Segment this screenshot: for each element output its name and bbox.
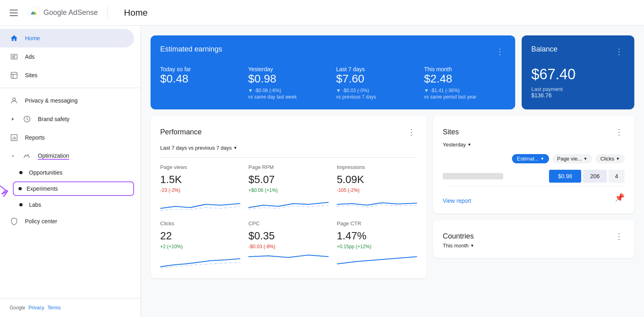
metric-clicks-label: Clicks bbox=[160, 220, 240, 226]
estimated-earnings-card: Estimated earnings ⋮ Today so far $0.48 … bbox=[151, 35, 515, 109]
earnings-today-amount: $0.48 bbox=[160, 72, 242, 85]
nav-divider-1 bbox=[0, 88, 140, 88]
metric-page-rpm-change: +$0.06 (+1%) bbox=[248, 187, 328, 193]
adsense-logo-icon bbox=[27, 6, 40, 19]
metric-cpc-value: $0.35 bbox=[248, 230, 328, 242]
metric-cpc-change: -$0.03 (-8%) bbox=[248, 244, 328, 249]
sidebar-item-privacy[interactable]: Privacy & messaging bbox=[0, 91, 134, 110]
sites-more-button[interactable]: ⋮ bbox=[613, 126, 625, 138]
metric-cpc-label: CPC bbox=[248, 220, 328, 226]
sites-col-earnings-label: Estimat... bbox=[517, 156, 539, 162]
footer-privacy-link[interactable]: Privacy bbox=[29, 305, 44, 311]
sites-period-dropdown-icon: ▼ bbox=[467, 142, 471, 147]
metric-clicks-change: +2 (+10%) bbox=[160, 244, 240, 249]
sites-icon bbox=[10, 71, 19, 80]
performance-period-dropdown-icon: ▼ bbox=[233, 146, 237, 150]
balance-last-payment-label: Last payment bbox=[531, 86, 625, 92]
sites-col-pageviews[interactable]: Page vie... ▼ bbox=[552, 154, 592, 163]
home-icon bbox=[10, 34, 19, 43]
sidebar-item-optimization[interactable]: Optimization bbox=[0, 147, 134, 165]
metric-impressions-value: 5.09K bbox=[337, 173, 417, 186]
ads-icon bbox=[10, 52, 19, 61]
mini-chart-clicks bbox=[160, 253, 240, 269]
performance-period-selector[interactable]: Last 7 days vs previous 7 days ▼ bbox=[160, 145, 417, 158]
earnings-7days-change: ▼ -$0.03 (-0%) vs previous 7 days bbox=[336, 88, 418, 100]
policy-icon bbox=[10, 217, 19, 226]
earnings-month-change: ▼ -$1.41 (-36%) vs same period last year bbox=[424, 88, 506, 100]
hamburger-menu[interactable] bbox=[6, 6, 21, 19]
dot-icon-opportunities bbox=[19, 171, 23, 174]
view-report-link[interactable]: View report bbox=[443, 198, 471, 204]
sidebar-item-optimization-label: Optimization bbox=[38, 152, 69, 160]
footer-terms-link[interactable]: Terms bbox=[47, 305, 61, 311]
earnings-grid: Today so far $0.48 Yesterday $0.98 ▼ -$0… bbox=[160, 66, 506, 100]
metric-page-rpm-label: Page RPM bbox=[248, 164, 328, 170]
sidebar-item-opportunities[interactable]: Opportunities bbox=[0, 165, 140, 180]
metric-page-rpm-value: $5.07 bbox=[248, 173, 328, 186]
sidebar-item-ads-label: Ads bbox=[25, 54, 35, 60]
countries-card-header: Countries ⋮ bbox=[443, 230, 625, 243]
performance-card-header: Performance ⋮ bbox=[160, 126, 417, 138]
site-pageviews-value: 206 bbox=[583, 170, 607, 183]
sidebar-item-home[interactable]: Home bbox=[0, 29, 134, 47]
earnings-card-title: Estimated earnings bbox=[160, 45, 222, 54]
earnings-7days-label: Last 7 days bbox=[336, 66, 365, 72]
balance-card-header: Balance ⋮ bbox=[531, 45, 625, 58]
sidebar: Home Ads Sites bbox=[0, 26, 141, 317]
sidebar-item-brand-safety[interactable]: Brand safety bbox=[0, 110, 134, 128]
sidebar-item-policy-center[interactable]: Policy center bbox=[0, 212, 134, 231]
sidebar-item-policy-label: Policy center bbox=[25, 218, 57, 224]
optimization-icon bbox=[23, 152, 31, 161]
sites-col-pageviews-dropdown[interactable]: ▼ bbox=[584, 156, 588, 161]
sites-columns-header: Estimat... ▼ Page vie... ▼ Clicks ▼ bbox=[443, 154, 625, 163]
sites-card: Sites ⋮ Yesterday ▼ Estimat... ▼ bbox=[433, 116, 634, 214]
countries-card: Countries ⋮ This month ▼ bbox=[433, 220, 634, 258]
site-clicks-value: 4 bbox=[609, 170, 625, 183]
metric-page-views-value: 1.5K bbox=[160, 173, 240, 186]
page-title: Home bbox=[124, 8, 148, 18]
balance-card-title: Balance bbox=[531, 45, 557, 54]
balance-card: Balance ⋮ $67.40 Last payment $136.76 bbox=[522, 35, 634, 109]
main-layout: Home Ads Sites bbox=[0, 26, 644, 317]
balance-amount: $67.40 bbox=[531, 66, 625, 83]
metric-page-views: Page views 1.5K -23 (-2%) bbox=[160, 164, 240, 212]
countries-period-selector[interactable]: This month ▼ bbox=[443, 243, 625, 249]
pin-icon[interactable]: 📌 bbox=[615, 193, 625, 202]
sites-col-clicks-dropdown[interactable]: ▼ bbox=[616, 156, 620, 161]
performance-period-label: Last 7 days vs previous 7 days bbox=[160, 145, 232, 151]
mini-chart-page-views bbox=[160, 196, 240, 212]
earnings-month-label: This month bbox=[424, 66, 452, 72]
sites-card-title: Sites bbox=[443, 128, 459, 136]
reports-icon bbox=[10, 133, 19, 142]
mini-chart-page-rpm bbox=[248, 196, 328, 212]
earnings-col-yesterday: Yesterday $0.98 ▼ -$0.06 (-6%) vs same d… bbox=[248, 66, 330, 100]
sites-col-earnings-dropdown[interactable]: ▼ bbox=[540, 156, 544, 161]
mini-chart-page-ctr bbox=[337, 253, 417, 269]
metric-cpc: CPC $0.35 -$0.03 (-8%) bbox=[248, 220, 328, 269]
metric-page-views-label: Page views bbox=[160, 164, 240, 170]
sidebar-item-experiments[interactable]: Experiments bbox=[13, 181, 134, 196]
performance-card: Performance ⋮ Last 7 days vs previous 7 … bbox=[151, 116, 427, 278]
earnings-yesterday-change: ▼ -$0.06 (-6%) vs same day last week bbox=[248, 88, 330, 100]
metric-clicks: Clicks 22 +2 (+10%) bbox=[160, 220, 240, 269]
privacy-icon bbox=[10, 96, 19, 105]
sites-col-clicks[interactable]: Clicks ▼ bbox=[595, 154, 625, 163]
sidebar-item-reports[interactable]: Reports bbox=[0, 128, 134, 147]
performance-more-button[interactable]: ⋮ bbox=[406, 126, 417, 138]
top-cards-row: Estimated earnings ⋮ Today so far $0.48 … bbox=[151, 35, 634, 109]
metric-page-rpm: Page RPM $5.07 +$0.06 (+1%) bbox=[248, 164, 328, 212]
countries-more-button[interactable]: ⋮ bbox=[613, 230, 625, 243]
performance-title: Performance bbox=[160, 128, 202, 136]
earnings-more-button[interactable]: ⋮ bbox=[494, 45, 506, 58]
sidebar-item-sites[interactable]: Sites bbox=[0, 66, 134, 84]
sidebar-item-ads[interactable]: Ads bbox=[0, 47, 134, 66]
purple-arrow-annotation bbox=[0, 174, 18, 202]
sites-table-row: $0.98 206 4 bbox=[443, 167, 625, 186]
sites-period-selector[interactable]: Yesterday ▼ bbox=[443, 142, 625, 148]
sidebar-item-labs[interactable]: Labs bbox=[0, 198, 140, 212]
balance-more-button[interactable]: ⋮ bbox=[613, 45, 625, 58]
brand-safety-icon bbox=[23, 115, 31, 124]
earnings-col-today: Today so far $0.48 bbox=[160, 66, 242, 100]
sites-col-earnings[interactable]: Estimat... ▼ bbox=[512, 154, 549, 163]
nav-footer: Google Privacy Terms bbox=[0, 298, 140, 317]
